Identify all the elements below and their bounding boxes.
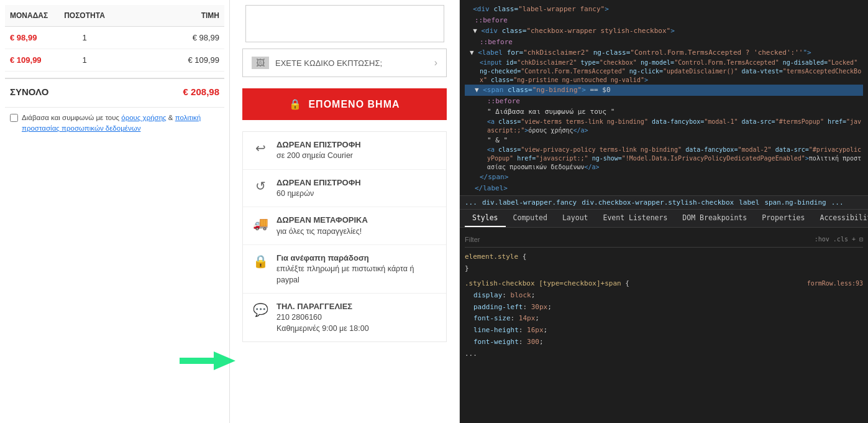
discount-icon: 🖼 — [252, 57, 269, 69]
breadcrumb-label[interactable]: label — [739, 198, 759, 207]
styles-filter-row: :hov .cls + ⊡ — [465, 231, 863, 248]
html-line-5: ▼ <label for="chkDisclaimer2" ng-class="… — [465, 47, 863, 58]
html-line-4: ::before — [465, 37, 863, 48]
next-step-button[interactable]: 🔒 ΕΠΟΜΕΝΟ ΒΗΜΑ — [242, 88, 447, 120]
next-step-label: ΕΠΟΜΕΝΟ ΒΗΜΑ — [308, 99, 400, 110]
breadcrumb-label-wrapper[interactable]: div.label-wrapper.fancy — [482, 198, 577, 207]
html-line-11: " & " — [465, 135, 863, 146]
prop-line-height: line-height: 16px; — [465, 326, 547, 334]
order-total: ΣΥΝΟΛΟ € 208,98 — [5, 78, 224, 105]
terms-text: Διάβασα και συμφωνώ με τους όρους χρήσης… — [22, 113, 219, 134]
prop-font-size: font-size: 14px; — [465, 314, 539, 322]
terms-checkbox-input[interactable] — [10, 114, 18, 122]
features-list: ↩ ΔΩΡΕΑΝ ΕΠΙΣΤΡΟΦΗ σε 200 σημεία Courier… — [242, 131, 447, 342]
feature-title-4: Για ανέφαπη παράδοση — [276, 253, 437, 264]
row2-price: € 109,99 — [109, 55, 219, 65]
feature-title-1: ΔΩΡΕΑΝ ΕΠΙΣΤΡΟΦΗ — [276, 139, 361, 151]
stylish-checkbox-selector: .stylish-checkbox [type=checkbox]+span { — [465, 279, 629, 287]
tab-computed[interactable]: Computed — [506, 210, 555, 227]
return-courier-icon: ↩ — [252, 141, 269, 156]
feature-hours: Καθημερινές 9:00 με 18:00 — [276, 324, 369, 333]
top-box — [245, 5, 444, 42]
html-line-13: </span> — [465, 172, 863, 183]
style-rule-element: element.style { } — [465, 251, 863, 274]
tab-properties[interactable]: Properties — [754, 210, 812, 227]
green-arrow-indicator — [180, 351, 235, 370]
discount-label: ΕΧΕΤΕ ΚΩΔΙΚΟ ΕΚΠΤΩΣΗΣ; — [275, 58, 382, 68]
feature-subtitle-3: για όλες τις παραγγελίες! — [276, 227, 362, 236]
secure-payment-icon: 🔒 — [252, 254, 269, 269]
discount-code-row[interactable]: 🖼 ΕΧΕΤΕ ΚΩΔΙΚΟ ΕΚΠΤΩΣΗΣ; › — [242, 49, 447, 77]
tab-dom-breakpoints[interactable]: DOM Breakpoints — [675, 210, 754, 227]
row2-qty: 1 — [60, 55, 109, 65]
terms-of-use-link[interactable]: όρους χρήσης — [121, 114, 166, 121]
feature-title-2: ΔΩΡΕΑΝ ΕΠΙΣΤΡΟΦΗ — [276, 177, 361, 188]
style-rule-stylish-checkbox: .stylish-checkbox [type=checkbox]+span {… — [465, 278, 863, 360]
tab-styles[interactable]: Styles — [465, 210, 506, 227]
breadcrumb-span-ng-binding[interactable]: span.ng-binding — [764, 198, 826, 207]
styles-filter-input[interactable] — [465, 236, 811, 243]
col-price-header: ΤΙΜΗ — [109, 11, 219, 20]
element-style-selector: element.style { — [465, 253, 526, 261]
terms-area: Διάβασα και συμφωνώ με τους όρους χρήσης… — [5, 107, 224, 139]
breadcrumb-ellipsis[interactable]: ... — [465, 198, 477, 207]
table-panel: ΜΟΝΑΔΑΣ ΠΟΣΟΤΗΤΑ ΤΙΜΗ € 98,99 1 € 98,99 … — [0, 0, 230, 423]
filter-icon[interactable]: ⊡ — [859, 234, 863, 244]
col-unit-header: ΜΟΝΑΔΑΣ — [10, 11, 60, 20]
total-amount: € 208,98 — [183, 86, 219, 97]
html-line-1: <div class="label-wrapper fancy"> — [465, 4, 863, 15]
feature-title-3: ΔΩΡΕΑΝ ΜΕΤΑΦΟΡΙΚΑ — [276, 215, 368, 226]
html-line-10: <a class="view-terms terms-link ng-bindi… — [465, 118, 863, 135]
html-line-9: " Διάβασα και συμφωνώ με τους " — [465, 106, 863, 118]
breadcrumb-checkbox-wrapper[interactable]: div.checkbox-wrapper.stylish-checkbox — [582, 198, 734, 207]
html-line-3: ▼ <div class="checkbox-wrapper stylish-c… — [465, 26, 863, 37]
row1-qty: 1 — [60, 33, 109, 42]
row1-unit: € 98,99 — [10, 33, 60, 42]
feature-title-5: ΤΗΛ. ΠΑΡΑΓΓΕΛΙΕΣ — [276, 301, 369, 312]
filter-cls[interactable]: .cls — [833, 234, 848, 244]
breadcrumb-end-ellipsis[interactable]: ... — [831, 198, 844, 207]
shipping-icon: 🚚 — [252, 216, 269, 231]
checkout-panel: 🖼 ΕΧΕΤΕ ΚΩΔΙΚΟ ΕΚΠΤΩΣΗΣ; › 🔒 ΕΠΟΜΕΝΟ ΒΗΜ… — [230, 0, 460, 423]
lock-icon: 🔒 — [289, 98, 302, 110]
feature-item-5: 💬 ΤΗΛ. ΠΑΡΑΓΓΕΛΙΕΣ 210 2806160 Καθημεριν… — [243, 294, 446, 342]
prop-font-weight: font-weight: 300; — [465, 338, 544, 346]
feature-item-3: 🚚 ΔΩΡΕΑΝ ΜΕΤΑΦΟΡΙΚΑ για όλες τις παραγγε… — [243, 207, 446, 245]
feature-subtitle-4: επιλέξτε πληρωμή με πιστωτική κάρτα ή pa… — [276, 264, 414, 284]
filter-plus[interactable]: + — [852, 234, 856, 244]
style-source[interactable]: formRow.less:93 — [807, 278, 863, 289]
filter-hov[interactable]: :hov — [815, 234, 829, 244]
tab-event-listeners[interactable]: Event Listeners — [595, 210, 675, 227]
chevron-right-icon: › — [434, 57, 437, 68]
html-line-6: <input id="chkDisclaimer2" type="checkbo… — [465, 58, 863, 85]
table-row: € 98,99 1 € 98,99 — [5, 27, 224, 49]
feature-item-1: ↩ ΔΩΡΕΑΝ ΕΠΙΣΤΡΟΦΗ σε 200 σημεία Courier — [243, 132, 446, 170]
html-line-2: ::before — [465, 15, 863, 26]
tab-accessibility[interactable]: Accessibility — [812, 210, 868, 227]
feature-phone-number: 210 2806160 — [276, 313, 322, 322]
devtools-html-tree: <div class="label-wrapper fancy"> ::befo… — [460, 0, 868, 195]
feature-subtitle-2: 60 ημερών — [276, 189, 314, 198]
terms-checkbox-wrapper: Διάβασα και συμφωνώ με τους όρους χρήσης… — [10, 113, 219, 134]
feature-subtitle-1: σε 200 σημεία Courier — [276, 151, 353, 160]
html-line-12: <a class="view-privacy-policy terms-link… — [465, 146, 863, 172]
tab-layout[interactable]: Layout — [555, 210, 596, 227]
feature-item-2: ↺ ΔΩΡΕΑΝ ΕΠΙΣΤΡΟΦΗ 60 ημερών — [243, 170, 446, 208]
html-line-8: ::before — [465, 96, 863, 107]
prop-padding-left: padding-left: 30px; — [465, 303, 552, 311]
table-row: € 109,99 1 € 109,99 — [5, 49, 224, 72]
html-line-7[interactable]: ▼ <span class="ng-binding"> == $0 — [465, 85, 863, 96]
return-days-icon: ↺ — [252, 179, 269, 193]
devtools-tabs: Styles Computed Layout Event Listeners D… — [460, 210, 868, 228]
phone-orders-icon: 💬 — [252, 302, 269, 317]
row1-price: € 98,99 — [109, 33, 219, 42]
devtools-breadcrumb: ... div.label-wrapper.fancy div.checkbox… — [460, 195, 868, 210]
col-qty-header: ΠΟΣΟΤΗΤΑ — [60, 11, 109, 20]
table-header: ΜΟΝΑΔΑΣ ΠΟΣΟΤΗΤΑ ΤΙΜΗ — [5, 5, 224, 27]
devtools-styles-panel: :hov .cls + ⊡ element.style { } .stylish… — [460, 228, 868, 423]
row2-unit: € 109,99 — [10, 55, 60, 65]
svg-marker-0 — [180, 351, 235, 370]
html-line-14: </label> — [465, 183, 863, 194]
total-label: ΣΥΝΟΛΟ — [10, 86, 48, 97]
devtools-panel: <div class="label-wrapper fancy"> ::befo… — [460, 0, 868, 423]
